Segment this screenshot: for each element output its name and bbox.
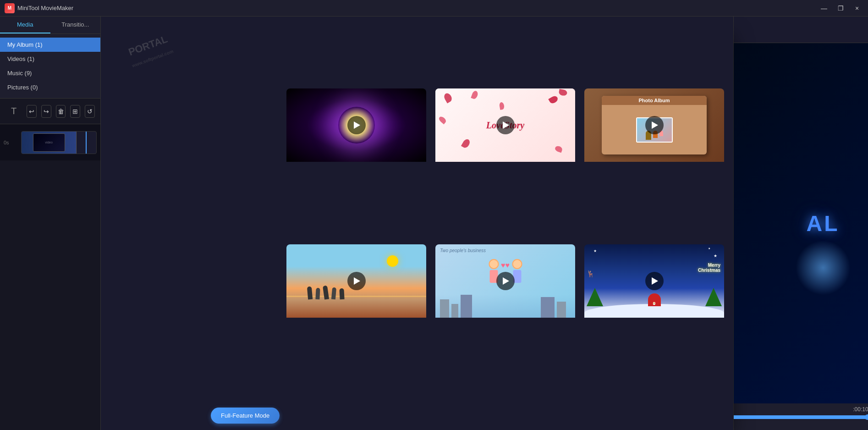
time-display: :00:10.09/00:00:13.19	[734, 403, 868, 415]
timeline-label-zero: 0s	[4, 140, 17, 145]
left-panel: Media Transitio... My Album (1) Videos (…	[0, 17, 101, 430]
template-thumb-photoalbum: Photo Album	[584, 88, 724, 162]
template-thumb-challenge	[286, 88, 426, 162]
progress-bar-fill	[734, 415, 868, 419]
template-thumb-coupleshow: ♥♥ Two people's business	[435, 244, 575, 318]
template-thumb-photobook	[286, 244, 426, 318]
maximize-button[interactable]: ❐	[834, 3, 847, 13]
undo-button[interactable]: ↩	[27, 105, 37, 118]
timeline-segment: video	[22, 132, 77, 154]
library-item-myalbum[interactable]: My Album (1)	[0, 38, 100, 52]
time-text: :00:10.09/00:00:13.19	[853, 406, 868, 413]
play-triangle-icon	[652, 121, 658, 129]
play-button-christmas[interactable]	[645, 272, 664, 290]
library-item-music[interactable]: Music (9)	[0, 66, 100, 80]
play-button-photoalbum[interactable]	[645, 116, 664, 134]
play-button-challenge[interactable]	[347, 116, 366, 134]
close-button[interactable]: ×	[851, 3, 863, 13]
play-triangle-icon	[503, 121, 509, 129]
window-controls: — ❐ ×	[818, 3, 863, 13]
timeline-content: video	[21, 131, 97, 154]
logo-icon: M	[5, 3, 15, 13]
timeline-extra-btn[interactable]: ⊞	[70, 105, 80, 118]
app-title: MiniTool MovieMaker	[17, 5, 73, 11]
play-button-photobook[interactable]	[347, 272, 366, 290]
right-panel: ⬆ Export ☰ AL :00:10.09/00:00:13.19 10	[733, 17, 868, 430]
full-feature-mode-button[interactable]: Full-Feature Mode	[211, 408, 280, 424]
library-item-pictures[interactable]: Pictures (0)	[0, 80, 100, 94]
play-triangle-icon	[354, 121, 360, 129]
title-bar: M MiniTool MovieMaker — ❐ ×	[0, 0, 868, 17]
play-triangle-icon	[354, 277, 360, 285]
timeline-area: T ↩ ↪ 🗑 ⊞ ↺ 0s video	[0, 98, 100, 430]
redo-button[interactable]: ↪	[41, 105, 51, 118]
play-button-coupleshow[interactable]	[496, 272, 515, 290]
preview-bg: AL	[734, 43, 868, 403]
template-thumb-lovestory: LoveStory	[435, 88, 575, 162]
timeline-time-label: 10	[734, 419, 868, 430]
tab-transitions[interactable]: Transitio...	[50, 17, 101, 33]
play-triangle-icon	[652, 277, 658, 285]
app-body: Media Transitio... My Album (1) Videos (…	[0, 17, 868, 430]
play-button-lovestory[interactable]	[496, 116, 515, 134]
cursor-line	[86, 132, 87, 154]
timeline-refresh-btn[interactable]: ↺	[85, 105, 95, 118]
progress-bar[interactable]	[734, 415, 868, 419]
preview-text: AL	[807, 211, 840, 236]
minimize-button[interactable]: —	[818, 3, 830, 13]
progress-thumb[interactable]	[865, 414, 868, 420]
right-panel-toolbar: ⬆ Export ☰	[734, 17, 868, 43]
nav-tabs: Media Transitio...	[0, 17, 100, 34]
preview-area: AL	[734, 43, 868, 403]
tab-media[interactable]: Media	[0, 17, 50, 33]
app-logo: M MiniTool MovieMaker	[5, 3, 73, 13]
delete-button[interactable]: 🗑	[56, 105, 66, 118]
bottom-timeline: 0s video	[0, 124, 100, 160]
template-thumb-christmas: 🎅 ★ ★ ★ MerryChristmas	[584, 244, 724, 318]
preview-glow	[796, 240, 851, 295]
timeline-controls: T ↩ ↪ 🗑 ⊞ ↺	[0, 99, 100, 124]
library-items: My Album (1) Videos (1) Music (9) Pictur…	[0, 34, 100, 98]
library-item-videos[interactable]: Videos (1)	[0, 52, 100, 66]
play-triangle-icon	[503, 277, 509, 285]
text-tool-icon[interactable]: T	[5, 102, 22, 120]
